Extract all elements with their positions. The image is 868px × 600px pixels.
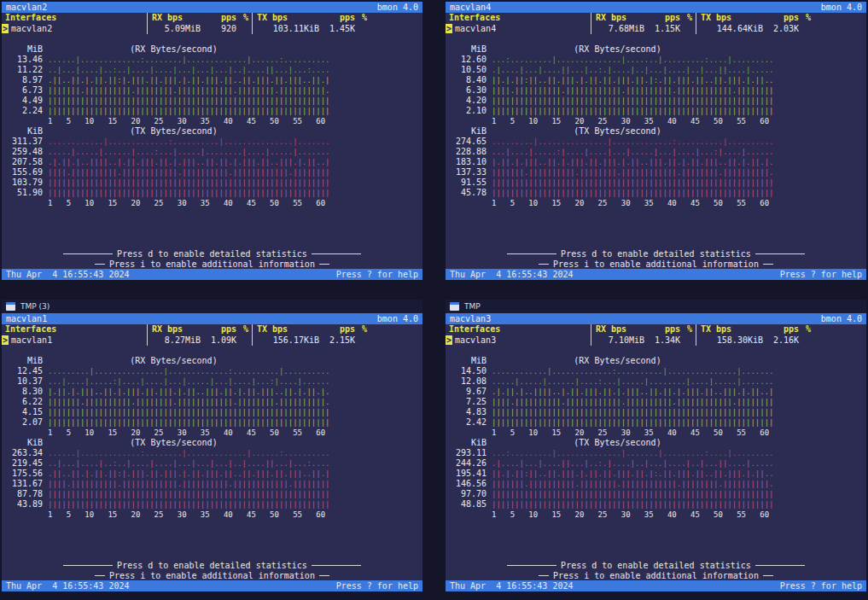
bmon-version: bmon 4.0: [821, 2, 862, 13]
graph-row: |||||||.||||||||||.||||||||.||||||||||||…: [492, 167, 774, 178]
rule-line: [539, 264, 549, 265]
graph-row: ......|.............:........|..........…: [48, 448, 330, 458]
status-date: Thu Apr 4 16:55:43 2024: [6, 580, 130, 591]
rx-axis: 1 5 10 15 20 25 30 35 40 45 50 55 60: [446, 428, 866, 438]
graph-scale-label: 6.22: [2, 397, 43, 407]
graph-scale-label: 12.08: [446, 376, 486, 387]
graph-row: ||||.||||||||||.||||||||||||.||||||||||.…: [48, 167, 330, 178]
col-tx-bps: TX bps: [696, 324, 765, 335]
window-title: TMP (3): [20, 302, 50, 311]
graph-row: ||||.||||||||||.||||||||||||.||||||||||.…: [492, 397, 774, 407]
col-tx-pps: pps: [765, 324, 799, 335]
tx-graph-title: (TX Bytes/second): [2, 126, 346, 137]
rx-axis: 1 5 10 15 20 25 30 35 40 45 50 55 60: [2, 116, 422, 126]
graph-row: .........|...............|.............:…: [492, 137, 774, 147]
rule-line: [763, 575, 773, 576]
axis-labels: 1 5 10 15 20 25 30 35 40 45 50 55 60: [48, 198, 325, 208]
graph-row: ||||.||||||||||.||||||||||||.||||||||||.…: [492, 85, 774, 96]
tx-graph-title: (TX Bytes/second): [2, 438, 346, 448]
bmon-title: macvlan2: [6, 2, 47, 13]
graph-row: .........|...............|.............:…: [48, 366, 330, 376]
interfaces-header: Interfaces RX bps pps % TX bps pps %: [446, 324, 866, 335]
graph-scale-label: 10.50: [446, 65, 486, 75]
graph-scale-label: 12.45: [2, 366, 43, 376]
graph-scale-label: 9.67: [446, 387, 486, 397]
footer-detailed-text: Press d to enable detailed statistics: [117, 249, 307, 259]
interface-row[interactable]: > macvlan2 5.09MiB 920 103.11KiB 1.45K: [2, 23, 422, 34]
col-rx-pps: pps: [646, 13, 680, 23]
footer-info-text: Press i to enable additional information: [109, 571, 315, 580]
graph-row: ..|...|....|..:..|....|....|...|...|...|…: [48, 65, 330, 75]
graph-row: ...|....|.....:|....|....|...|.....|...|…: [492, 147, 774, 157]
col-rx-pps: pps: [202, 13, 236, 23]
window-titlebar[interactable]: TMP (3): [2, 300, 422, 313]
rx-pps-value: 1.09K: [202, 335, 236, 346]
col-rx-pps: pps: [646, 324, 680, 335]
bmon-window-macvlan2: macvlan2 bmon 4.0 Interfaces RX bps pps …: [2, 2, 422, 280]
axis-spacer: [2, 510, 43, 520]
footer-detailed-text: Press d to enable detailed statistics: [117, 561, 307, 570]
tx-graph-header: KiB (TX Bytes/second): [2, 126, 422, 137]
interface-row[interactable]: > macvlan3 7.10MiB 1.34K 158.30KiB 2.16K: [446, 335, 866, 346]
rx-graph-header: MiB (RX Bytes/second): [2, 356, 422, 366]
graph-scale-label: 195.41: [446, 469, 486, 479]
graph-row: ............|.............:..........|..…: [492, 366, 774, 376]
tx-graph-header: KiB (TX Bytes/second): [446, 438, 866, 448]
graph-scale-label: 219.45: [2, 458, 43, 469]
bmon-titlebar: macvlan3 bmon 4.0: [446, 313, 866, 324]
interfaces-header: Interfaces RX bps pps % TX bps pps %: [2, 13, 422, 23]
col-interfaces: Interfaces: [2, 13, 147, 23]
col-tx-pct: %: [799, 324, 814, 335]
graph-row: .|....|...|....||...|..:.|....|..|...|..…: [492, 458, 774, 469]
bmon-version: bmon 4.0: [377, 313, 418, 324]
bmon-title: macvlan3: [450, 313, 491, 324]
col-rx-bps: RX bps: [148, 13, 202, 23]
window-titlebar[interactable]: TMP: [446, 300, 866, 313]
graph-row: ||||||||||||||||||||||||||||||||||||||||…: [48, 407, 330, 417]
graph-row: ...|....|.....:|....|....|...|.....|...|…: [48, 376, 330, 387]
tx-axis: 1 5 10 15 20 25 30 35 40 45 50 55 60: [446, 510, 866, 520]
graph-row: ||||||||||||||||||||||||||||||||||||||||…: [48, 499, 330, 510]
graph-row: ||||||||||||||||||||||||||||||||||||||||…: [492, 178, 774, 188]
rule-line: [755, 253, 805, 254]
col-tx-pct: %: [355, 324, 370, 335]
interface-name: macvlan3: [452, 335, 591, 346]
graph-scale-label: 131.67: [2, 479, 43, 489]
tx-pps-value: 2.03K: [765, 23, 799, 34]
bmon-window-macvlan3: macvlan3 bmon 4.0 Interfaces RX bps pps …: [446, 313, 866, 591]
interface-row[interactable]: > macvlan4 7.68MiB 1.15K 144.64KiB 2.03K: [446, 23, 866, 34]
axis-spacer: [2, 198, 43, 208]
col-rx-pct: %: [680, 324, 696, 335]
bmon-titlebar: macvlan2 bmon 4.0: [2, 2, 422, 13]
graph-scale-label: 155.69: [2, 167, 43, 178]
graph-scale-label: 244.26: [446, 458, 486, 469]
axis-labels: 1 5 10 15 20 25 30 35 40 45 50 55 60: [48, 510, 325, 520]
graph-row: .|.||.|..||||..|.||.|||.||.|.|||..||.||.…: [48, 157, 330, 167]
rx-graph-title: (RX Bytes/second): [2, 44, 346, 55]
interface-name: macvlan2: [9, 23, 147, 34]
axis-spacer: [446, 198, 486, 208]
rx-graph-title: (RX Bytes/second): [446, 44, 789, 55]
graph-scale-label: 97.70: [446, 489, 486, 499]
status-date: Thu Apr 4 16:55:43 2024: [450, 580, 574, 591]
graph-row: ............|.............:..........|..…: [48, 137, 330, 147]
axis-spacer: [2, 428, 43, 438]
graph-scale-label: 91.55: [446, 178, 486, 188]
interface-row[interactable]: > macvlan1 8.27MiB 1.09K 156.17KiB 2.15K: [2, 335, 422, 346]
footer-info-text: Press i to enable additional information: [553, 571, 759, 580]
axis-labels: 1 5 10 15 20 25 30 35 40 45 50 55 60: [492, 198, 769, 208]
graph-row: .||..||.|.||.||:|.|||.||.|||.|.||.|||.||…: [48, 469, 330, 479]
graph-scale-label: 4.49: [2, 96, 43, 106]
footer-detailed-hint: Press d to enable detailed statistics: [2, 248, 422, 259]
graph-scale-label: 11.22: [2, 65, 43, 75]
axis-labels: 1 5 10 15 20 25 30 35 40 45 50 55 60: [492, 510, 769, 520]
tx-bps-value: 144.64KiB: [696, 23, 765, 34]
graph-row: ||||||||||||||||||||||||||||||||||||||||…: [492, 407, 774, 417]
col-tx-pps: pps: [321, 13, 355, 23]
status-help: Press ? for help: [780, 580, 862, 591]
col-tx-bps: TX bps: [253, 13, 321, 23]
bmon-version: bmon 4.0: [377, 2, 418, 13]
axis-spacer: [2, 116, 43, 126]
rule-line: [95, 575, 105, 576]
graph-row: ||||||||||||||||||||||||||||||||||||||||…: [492, 106, 774, 116]
